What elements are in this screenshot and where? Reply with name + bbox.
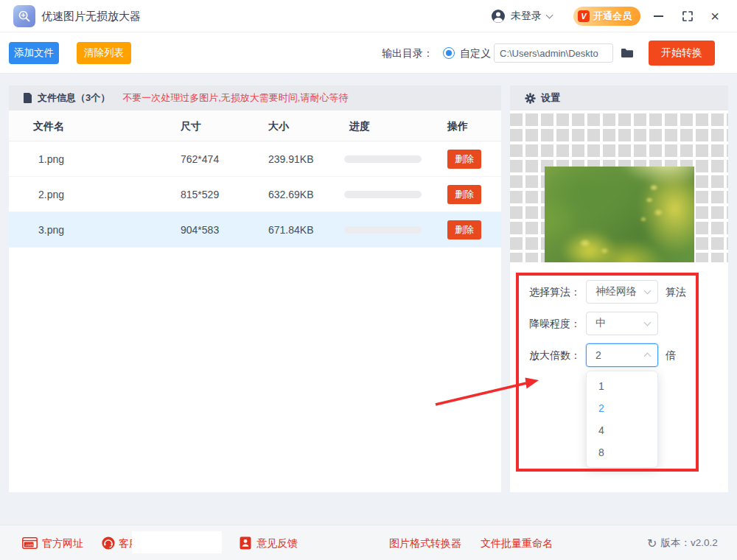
table-row[interactable]: 3.png 904*583 671.84KB 删除: [9, 212, 501, 248]
website-icon[interactable]: .com: [22, 537, 38, 552]
chevron-up-icon: [644, 353, 652, 360]
chevron-down-icon: [644, 287, 652, 295]
file-panel-header: 文件信息（3个） 不要一次处理过多图片,无损放大需要时间,请耐心等待: [9, 85, 501, 111]
custom-dir-radio[interactable]: [443, 47, 455, 59]
minimize-button[interactable]: [652, 10, 665, 23]
cell-filename: 2.png: [38, 177, 64, 212]
close-icon: ×: [710, 10, 719, 23]
vip-badge-icon: V: [578, 10, 590, 22]
denoise-label: 降噪程度：: [529, 312, 581, 335]
scale-option-8[interactable]: 8: [587, 441, 657, 463]
chevron-down-icon: [644, 319, 652, 326]
scale-select[interactable]: 2: [586, 343, 658, 367]
delete-button[interactable]: 删除: [447, 150, 481, 169]
refresh-icon[interactable]: ↻: [647, 536, 657, 550]
output-path-input[interactable]: [494, 43, 613, 63]
algorithm-suffix: 算法: [666, 280, 686, 304]
col-header-size: 大小: [268, 111, 289, 141]
table-header-row: 文件名 尺寸 大小 进度 操作: [9, 111, 501, 141]
cell-dimensions: 762*474: [181, 141, 219, 177]
algorithm-select[interactable]: 神经网络: [586, 280, 658, 304]
app-title: 优速图片无损放大器: [41, 0, 141, 32]
feedback-icon[interactable]: [240, 536, 251, 553]
cell-filename: 3.png: [38, 212, 64, 248]
cell-dimensions: 904*583: [181, 212, 219, 248]
delete-button[interactable]: 删除: [447, 185, 481, 204]
gear-icon: [525, 93, 536, 104]
login-status: 未登录: [511, 10, 542, 23]
delete-button[interactable]: 删除: [447, 220, 481, 239]
app-logo-icon: [13, 5, 35, 27]
redaction-box: [132, 531, 222, 553]
output-dir-label: 输出目录：: [382, 32, 433, 74]
warning-text: 不要一次处理过多图片,无损放大需要时间,请耐心等待: [122, 91, 348, 105]
progress-bar: [344, 226, 422, 234]
browse-folder-button[interactable]: [619, 43, 635, 63]
algorithm-label: 选择算法：: [529, 280, 581, 304]
col-header-filename: 文件名: [33, 111, 64, 141]
format-converter-link[interactable]: 图片格式转换器: [389, 525, 461, 560]
chevron-down-icon: [546, 12, 553, 19]
close-button[interactable]: ×: [708, 10, 722, 23]
scale-option-4[interactable]: 4: [587, 419, 657, 441]
user-avatar-icon: [491, 9, 506, 24]
file-panel-title: 文件信息（3个）: [38, 91, 110, 105]
scale-option-1[interactable]: 1: [587, 375, 657, 397]
settings-panel-title: 设置: [541, 91, 560, 105]
col-header-progress: 进度: [349, 111, 370, 141]
cell-filename: 1.png: [38, 141, 64, 177]
cell-size: 632.69KB: [268, 177, 314, 212]
document-icon: [24, 93, 32, 103]
table-row[interactable]: 1.png 762*474 239.91KB 删除: [9, 141, 501, 177]
maximize-icon: [682, 11, 693, 21]
scale-label: 放大倍数：: [529, 343, 581, 367]
cell-size: 239.91KB: [268, 141, 314, 177]
toolbar: 添加文件 清除列表 输出目录： 自定义 开始转换: [0, 32, 737, 74]
add-files-button[interactable]: 添加文件: [9, 42, 59, 64]
feedback-link[interactable]: 意见反馈: [256, 525, 298, 560]
folder-icon: [621, 48, 634, 58]
version-area: ↻ 版本：v2.0.2: [647, 525, 718, 560]
support-icon[interactable]: [102, 536, 115, 553]
minimize-icon: [654, 15, 663, 17]
title-bar: 优速图片无损放大器 未登录 V 开通会员 ×: [0, 0, 737, 32]
maximize-button[interactable]: [681, 10, 694, 23]
official-site-link[interactable]: 官方网址: [42, 525, 83, 560]
table-row[interactable]: 2.png 815*529 632.69KB 删除: [9, 177, 501, 212]
svg-text:.com: .com: [25, 543, 34, 547]
transparency-checkerboard: [510, 111, 728, 262]
cell-size: 671.84KB: [268, 212, 314, 248]
vip-button-label: 开通会员: [593, 10, 632, 23]
preview-image: [545, 167, 694, 262]
footer-bar: .com 官方网址 客服 意见反馈 图片格式转换器 文件批量重命名 ↻ 版本：v…: [0, 525, 737, 560]
settings-panel-header: 设置: [510, 85, 728, 111]
batch-rename-link[interactable]: 文件批量重命名: [481, 525, 553, 560]
scale-dropdown-menu: 1 2 4 8: [586, 371, 658, 468]
clear-list-button[interactable]: 清除列表: [77, 42, 131, 64]
denoise-select-value: 中: [595, 317, 645, 330]
cell-dimensions: 815*529: [181, 177, 219, 212]
start-convert-button[interactable]: 开始转换: [649, 41, 715, 66]
account-menu[interactable]: 未登录: [491, 0, 552, 32]
progress-bar: [344, 191, 422, 198]
progress-bar: [344, 155, 422, 163]
col-header-action: 操作: [447, 111, 468, 141]
algorithm-select-value: 神经网络: [595, 285, 645, 298]
open-vip-button[interactable]: V 开通会员: [573, 7, 640, 26]
denoise-select[interactable]: 中: [586, 312, 658, 335]
scale-select-value: 2: [595, 349, 645, 361]
scale-suffix: 倍: [666, 343, 676, 367]
custom-dir-radio-label: 自定义: [460, 32, 491, 74]
file-list-panel: 文件信息（3个） 不要一次处理过多图片,无损放大需要时间,请耐心等待 文件名 尺…: [9, 85, 501, 492]
version-text: 版本：v2.0.2: [660, 536, 717, 550]
scale-option-2[interactable]: 2: [587, 397, 657, 419]
col-header-dimensions: 尺寸: [181, 111, 201, 141]
